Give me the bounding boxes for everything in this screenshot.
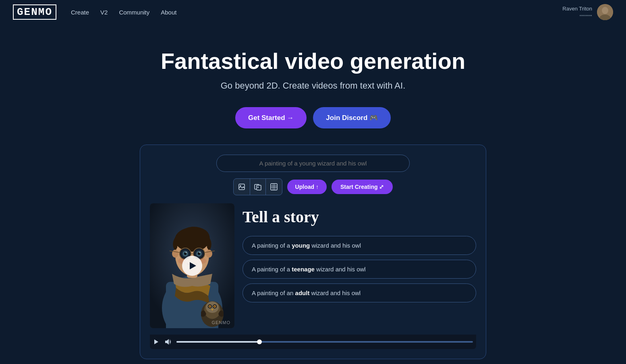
svg-point-7 [257, 187, 259, 188]
icon-image-btn-2[interactable] [250, 179, 266, 195]
user-meta: ▪▪▪▪▪▪▪▪ [562, 12, 592, 19]
progress-fill [176, 341, 259, 343]
story-prompt-3[interactable]: A painting of an adult wizard and his ow… [243, 283, 476, 302]
hero-subtitle: Go beyond 2D. Create videos from text wi… [8, 81, 618, 91]
mute-button[interactable] [164, 339, 172, 345]
start-creating-label: Start Creating ⤢ [340, 184, 384, 190]
svg-point-34 [206, 302, 219, 313]
prompt-1-bold: young [292, 242, 310, 249]
story-prompt-1[interactable]: A painting of a young wizard and his owl [243, 236, 476, 255]
prompt-1-suffix: wizard and his owl [310, 242, 361, 249]
hero-buttons: Get Started → Join Discord 🎮 [8, 107, 618, 128]
get-started-button[interactable]: Get Started → [235, 107, 307, 128]
svg-point-39 [209, 306, 211, 307]
svg-point-16 [172, 250, 178, 258]
nav-link-community[interactable]: Community [119, 9, 149, 16]
prompt-3-suffix: wizard and his owl [309, 290, 361, 296]
svg-point-26 [185, 252, 187, 253]
progress-thumb [257, 339, 262, 344]
join-discord-button[interactable]: Join Discord 🎮 [313, 107, 391, 128]
hero-title: Fantastical video generation [8, 48, 618, 74]
video-area: GENMO Tell a story A painting of a young… [150, 203, 476, 328]
start-creating-button[interactable]: Start Creating ⤢ [332, 180, 393, 194]
story-title: Tell a story [243, 207, 476, 226]
navbar: GENMO Create V2 Community About Raven Tr… [0, 0, 626, 24]
prompt-3-bold: adult [295, 290, 310, 296]
play-button[interactable] [182, 256, 202, 276]
svg-point-40 [214, 306, 216, 307]
watermark: GENMO [211, 320, 230, 325]
nav-link-create[interactable]: Create [71, 9, 89, 16]
avatar[interactable] [597, 4, 613, 20]
demo-container: Upload ↑ Start Creating ⤢ [132, 145, 494, 359]
nav-links: Create V2 Community About [71, 9, 176, 16]
icon-image-btn-1[interactable] [234, 179, 250, 195]
prompt-input[interactable] [216, 155, 410, 172]
join-discord-label: Join Discord 🎮 [326, 114, 378, 122]
logo-text: GENMO [13, 4, 56, 20]
nav-link-v2[interactable]: V2 [100, 9, 108, 16]
prompt-2-bold: teenage [292, 266, 315, 273]
prompt-1-prefix: A painting of a [252, 242, 292, 249]
upload-button[interactable]: Upload ↑ [287, 180, 327, 194]
video-controls [150, 335, 476, 349]
icon-group [233, 178, 282, 195]
svg-marker-41 [154, 339, 158, 344]
prompt-2-prefix: A painting of a [252, 266, 292, 273]
hero-section: Fantastical video generation Go beyond 2… [0, 24, 626, 145]
play-triangle-icon [190, 262, 196, 269]
video-thumbnail: GENMO [150, 203, 234, 328]
prompt-3-prefix: A painting of an [252, 290, 295, 296]
story-section: Tell a story A painting of a young wizar… [243, 203, 476, 307]
demo-input-row [150, 155, 476, 172]
username: Raven Triton [562, 5, 592, 12]
svg-rect-6 [257, 185, 261, 190]
prompt-2-suffix: wizard and his owl [315, 266, 366, 273]
icon-image-btn-3[interactable] [266, 179, 282, 195]
svg-point-1 [602, 7, 608, 14]
demo-controls: Upload ↑ Start Creating ⤢ [150, 178, 476, 195]
demo-card: Upload ↑ Start Creating ⤢ [140, 145, 486, 359]
svg-point-27 [199, 252, 201, 253]
nav-link-about[interactable]: About [161, 9, 176, 16]
svg-rect-8 [271, 184, 277, 190]
user-info: Raven Triton ▪▪▪▪▪▪▪▪ [562, 5, 592, 19]
logo[interactable]: GENMO [13, 4, 56, 20]
story-prompt-2[interactable]: A painting of a teenage wizard and his o… [243, 260, 476, 279]
progress-bar[interactable] [176, 341, 473, 343]
svg-point-17 [206, 250, 212, 258]
nav-right: Raven Triton ▪▪▪▪▪▪▪▪ [562, 4, 613, 20]
play-pause-button[interactable] [153, 339, 160, 345]
upload-label: Upload ↑ [295, 184, 319, 190]
